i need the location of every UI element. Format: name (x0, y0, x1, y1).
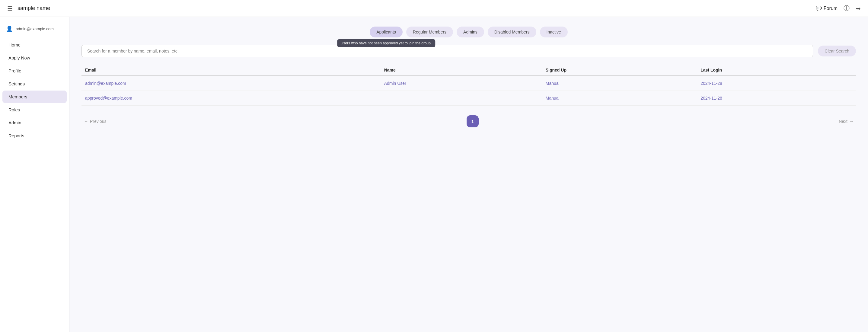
cell-name: Admin User (380, 76, 542, 91)
layout: 👤 admin@example.com Home Apply Now Profi… (0, 17, 868, 332)
main-content: Applicants Users who have not been appro… (69, 17, 868, 332)
pagination: ← Previous 1 Next → (82, 115, 856, 127)
search-input[interactable] (82, 45, 813, 57)
forum-icon: 💬 (816, 5, 822, 11)
forum-link[interactable]: 💬 Forum (816, 5, 838, 11)
search-row: Clear Search (82, 45, 856, 57)
prev-button[interactable]: ← Previous (84, 119, 106, 124)
tab-regular-members[interactable]: Regular Members (406, 27, 453, 37)
sidebar-item-settings[interactable]: Settings (2, 78, 67, 90)
sidebar-item-home[interactable]: Home (2, 39, 67, 51)
col-signed-up: Signed Up (542, 65, 697, 76)
tab-disabled-members-label: Disabled Members (494, 30, 530, 34)
hamburger-icon[interactable]: ☰ (7, 5, 13, 12)
cell-email[interactable]: approved@example.com (82, 91, 380, 105)
tab-admins[interactable]: Admins (457, 27, 484, 37)
next-arrow-icon: → (849, 119, 854, 124)
col-email: Email (82, 65, 380, 76)
cell-email[interactable]: admin@example.com (82, 76, 380, 91)
help-icon[interactable]: ⓘ (843, 4, 849, 12)
tab-admins-label: Admins (463, 30, 477, 34)
cell-name (380, 91, 542, 105)
tab-inactive-label: Inactive (547, 30, 561, 34)
tab-regular-members-label: Regular Members (413, 30, 446, 34)
user-avatar-icon: 👤 (6, 25, 13, 32)
sidebar-item-members[interactable]: Members (2, 91, 67, 103)
sidebar: 👤 admin@example.com Home Apply Now Profi… (0, 17, 69, 332)
tab-inactive[interactable]: Inactive (540, 27, 568, 37)
table-row: approved@example.com Manual 2024-11-28 (82, 91, 856, 105)
cell-signed-up: Manual (542, 91, 697, 105)
sidebar-item-apply-now[interactable]: Apply Now (2, 52, 67, 64)
tab-applicants[interactable]: Applicants Users who have not been appro… (370, 27, 403, 37)
sidebar-item-admin[interactable]: Admin (2, 117, 67, 129)
col-last-login: Last Login (697, 65, 856, 76)
prev-label: Previous (90, 119, 106, 124)
cell-last-login: 2024-11-28 (697, 91, 856, 105)
members-table: Email Name Signed Up Last Login admin@ex… (82, 65, 856, 105)
sidebar-nav: Home Apply Now Profile Settings Members … (0, 39, 69, 142)
forum-label: Forum (824, 6, 838, 11)
sidebar-item-roles[interactable]: Roles (2, 103, 67, 116)
logout-icon[interactable]: ➥ (856, 5, 861, 12)
table-row: admin@example.com Admin User Manual 2024… (82, 76, 856, 91)
page-1-button[interactable]: 1 (467, 115, 479, 127)
col-name: Name (380, 65, 542, 76)
clear-search-button[interactable]: Clear Search (818, 46, 856, 56)
app-title: sample name (18, 5, 50, 11)
next-label: Next (839, 119, 847, 124)
navbar-left: ☰ sample name (7, 5, 50, 12)
navbar: ☰ sample name 💬 Forum ⓘ ➥ (0, 0, 868, 17)
tab-disabled-members[interactable]: Disabled Members (488, 27, 536, 37)
cell-last-login: 2024-11-28 (697, 76, 856, 91)
sidebar-item-profile[interactable]: Profile (2, 65, 67, 77)
tab-applicants-label: Applicants (376, 30, 396, 34)
sidebar-item-reports[interactable]: Reports (2, 129, 67, 142)
table-header-row: Email Name Signed Up Last Login (82, 65, 856, 76)
sidebar-user-email: admin@example.com (16, 27, 54, 31)
navbar-right: 💬 Forum ⓘ ➥ (816, 4, 861, 12)
members-tabs: Applicants Users who have not been appro… (82, 27, 856, 37)
prev-arrow-icon: ← (84, 119, 88, 124)
next-button[interactable]: Next → (839, 119, 854, 124)
sidebar-user: 👤 admin@example.com (0, 23, 69, 38)
cell-signed-up: Manual (542, 76, 697, 91)
